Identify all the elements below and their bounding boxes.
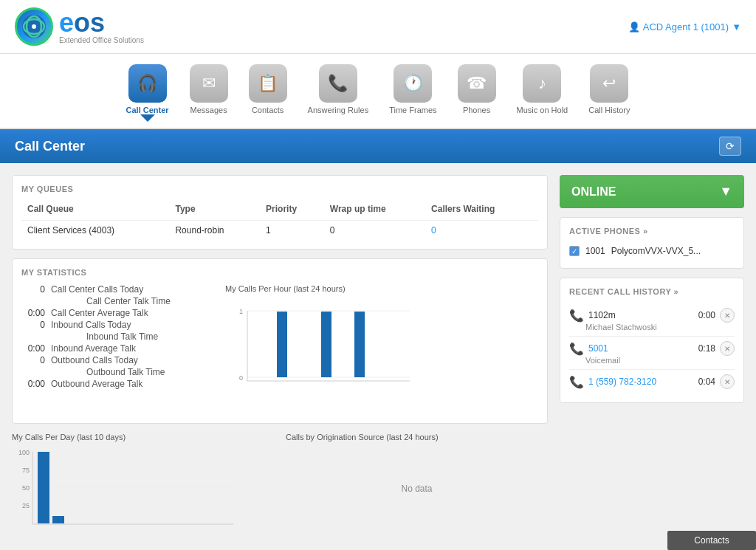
logo-icon xyxy=(15,7,53,46)
status-dropdown-arrow-icon: ▼ xyxy=(719,184,732,199)
call-history-icon: ↩ xyxy=(590,64,628,103)
caller-name-1102m: Michael Stachwoski xyxy=(569,323,735,331)
nav-label-contacts: Contacts xyxy=(252,106,284,114)
call-row: 📞 5001 0:18 ✕ xyxy=(569,341,735,356)
nav-active-indicator xyxy=(140,114,155,122)
left-panel: MY QUEUES Call Queue Type Priority Wrap … xyxy=(12,175,548,533)
stat-label-inbound-calls: Inbound Calls Today xyxy=(51,320,131,330)
time-frames-icon: 🕐 xyxy=(394,64,432,103)
svg-text:25: 25 xyxy=(22,502,30,509)
contacts-icon: 📋 xyxy=(249,64,287,103)
refresh-button[interactable]: ⟳ xyxy=(719,137,741,156)
nav-label-call-history: Call History xyxy=(588,106,630,114)
stat-cc-avg-talk: 0:00 Call Center Average Talk xyxy=(21,308,213,318)
stat-cc-talk-time: Call Center Talk Time xyxy=(21,296,213,306)
no-data-label: No data xyxy=(401,484,432,494)
call-history-item: 📞 1102m 0:00 ✕ Michael Stachwoski xyxy=(569,303,735,337)
stat-value-inbound-avg: 0:00 xyxy=(21,343,51,354)
caller-name-5001: Voicemail xyxy=(569,356,735,365)
origination-chart-area: No data xyxy=(286,444,548,533)
nav-label-call-center: Call Center xyxy=(126,106,169,114)
svg-text:50: 50 xyxy=(22,484,30,492)
queue-callers-waiting: 0 xyxy=(425,221,538,241)
call-number-1102m: 1102m xyxy=(588,310,694,320)
stat-value-cc-avg: 0:00 xyxy=(21,308,51,318)
stats-layout: 0 Call Center Calls Today Call Center Ta… xyxy=(21,284,538,414)
call-number-559[interactable]: 1 (559) 782-3120 xyxy=(588,377,694,387)
stat-value-cc-calls: 0 xyxy=(21,284,51,295)
call-history-item: 📞 1 (559) 782-3120 0:04 ✕ xyxy=(569,370,735,393)
user-name: ACD Agent 1 (1001) xyxy=(643,21,729,32)
call-duration-559: 0:04 xyxy=(698,377,715,387)
call-duration-1102m: 0:00 xyxy=(698,310,715,320)
page-title: Call Center xyxy=(15,139,85,154)
svg-point-3 xyxy=(32,24,36,29)
stat-inbound-talk: Inbound Talk Time xyxy=(21,331,213,342)
call-action-button[interactable]: ✕ xyxy=(720,308,735,323)
music-on-hold-icon: ♪ xyxy=(523,64,561,103)
call-number-5001[interactable]: 5001 xyxy=(588,343,694,354)
nav-item-messages[interactable]: ✉ Messages xyxy=(181,60,237,128)
status-label: ONLINE xyxy=(571,185,616,199)
stats-list: 0 Call Center Calls Today Call Center Ta… xyxy=(21,284,213,414)
queue-name: Client Services (4003) xyxy=(21,221,169,241)
per-hour-chart-title: My Calls Per Hour (last 24 hours) xyxy=(225,284,538,293)
nav-label-answering-rules: Answering Rules xyxy=(308,106,369,114)
queue-wrap-up: 0 xyxy=(324,221,425,241)
nav-item-time-frames[interactable]: 🕐 Time Frames xyxy=(380,60,445,128)
recent-call-history-card: RECENT CALL HISTORY » 📞 1102m 0:00 ✕ Mic… xyxy=(560,278,744,403)
stat-label-outbound-avg: Outbound Average Talk xyxy=(51,379,142,389)
recent-calls-title: RECENT CALL HISTORY » xyxy=(569,287,735,296)
col-callers-waiting: Callers Waiting xyxy=(425,201,538,221)
col-type: Type xyxy=(169,201,260,221)
per-hour-chart: 1 0 xyxy=(225,296,538,414)
missed-call-icon: 📞 xyxy=(569,309,584,323)
call-action-button[interactable]: ✕ xyxy=(720,374,735,389)
user-icon: 👤 xyxy=(628,21,640,32)
stat-label-cc-calls: Call Center Calls Today xyxy=(51,284,143,295)
nav-label-music-on-hold: Music on Hold xyxy=(517,106,568,114)
stat-value-inbound-calls: 0 xyxy=(21,320,51,330)
stat-label-outbound-calls: Outbound Calls Today xyxy=(51,355,138,365)
active-phones-title: ACTIVE PHONES » xyxy=(569,227,735,236)
call-row: 📞 1 (559) 782-3120 0:04 ✕ xyxy=(569,374,735,389)
nav-item-answering-rules[interactable]: 📞 Answering Rules xyxy=(299,60,378,128)
nav-item-phones[interactable]: ☎ Phones xyxy=(449,60,505,128)
page-header: Call Center ⟳ xyxy=(0,129,756,163)
phone-row: ✓ 1001 PolycomVVX-VVX_5... xyxy=(569,243,735,259)
contacts-bar[interactable]: Contacts xyxy=(667,531,756,545)
queues-card: MY QUEUES Call Queue Type Priority Wrap … xyxy=(12,175,548,250)
svg-text:0: 0 xyxy=(239,374,243,382)
stat-inbound-avg: 0:00 Inbound Average Talk xyxy=(21,343,213,354)
nav-label-phones: Phones xyxy=(463,106,490,114)
answering-rules-icon: 📞 xyxy=(319,64,357,103)
user-menu[interactable]: 👤 ACD Agent 1 (1001) ▼ xyxy=(628,21,741,32)
origination-chart-title: Calls by Origination Source (last 24 hou… xyxy=(286,433,548,441)
stat-outbound-talk: Outbound Talk Time xyxy=(21,367,213,377)
nav-item-call-history[interactable]: ↩ Call History xyxy=(580,60,639,128)
messages-icon: ✉ xyxy=(190,64,228,103)
stat-label-cc-avg: Call Center Average Talk xyxy=(51,308,148,318)
status-button[interactable]: ONLINE ▼ xyxy=(560,175,744,208)
col-call-queue: Call Queue xyxy=(21,201,169,221)
nav-item-call-center[interactable]: 🎧 Call Center xyxy=(117,60,178,128)
nav-item-contacts[interactable]: 📋 Contacts xyxy=(240,60,296,128)
nav-label-time-frames: Time Frames xyxy=(389,106,436,114)
phone-checkbox[interactable]: ✓ xyxy=(569,246,580,256)
stat-value-outbound-calls: 0 xyxy=(21,355,51,365)
brand-name: eos xyxy=(59,10,144,36)
call-action-button[interactable]: ✕ xyxy=(720,341,735,356)
statistics-card: MY STATISTICS 0 Call Center Calls Today … xyxy=(12,258,548,424)
per-hour-chart-area: My Calls Per Hour (last 24 hours) 1 0 xyxy=(225,284,538,414)
dropdown-arrow-icon: ▼ xyxy=(732,21,741,32)
call-center-icon: 🎧 xyxy=(128,64,167,103)
queue-priority: 1 xyxy=(260,221,324,241)
main-content: MY QUEUES Call Queue Type Priority Wrap … xyxy=(0,163,756,545)
nav-item-music-on-hold[interactable]: ♪ Music on Hold xyxy=(508,60,577,128)
stat-label-inbound-talk: Inbound Talk Time xyxy=(51,331,158,342)
svg-rect-25 xyxy=(52,516,64,523)
stat-label-cc-talk: Call Center Talk Time xyxy=(51,296,171,306)
per-day-chart-area: 100 75 50 25 xyxy=(12,444,274,533)
stat-call-center-calls: 0 Call Center Calls Today xyxy=(21,284,213,295)
statistics-section-title: MY STATISTICS xyxy=(21,268,538,277)
